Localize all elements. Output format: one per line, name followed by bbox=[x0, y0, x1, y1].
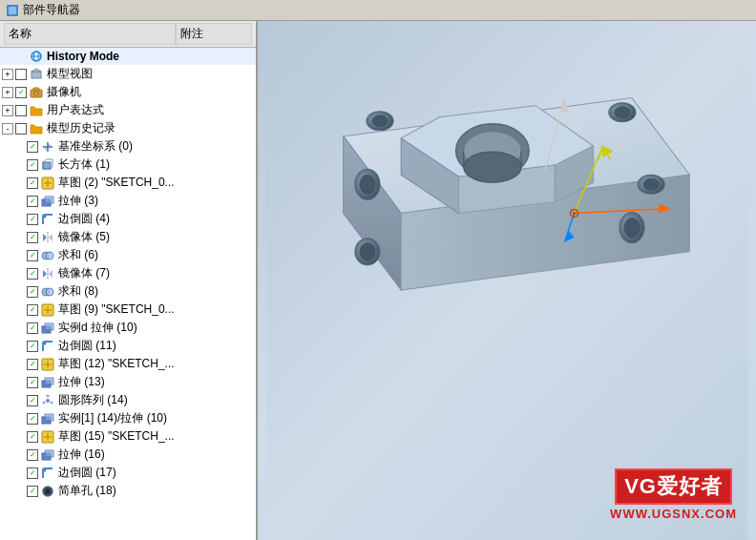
tree-item[interactable]: ✓边倒圆 (4) bbox=[0, 210, 256, 228]
tree-item[interactable]: ✓简单孔 (18) bbox=[0, 482, 256, 500]
tree-item-label: 模型视图 bbox=[47, 66, 93, 82]
extrude-icon bbox=[40, 194, 55, 209]
tree-item[interactable]: ✓边倒圆 (11) bbox=[0, 337, 256, 355]
tree-checkbox[interactable]: ✓ bbox=[27, 177, 38, 189]
collapse-button[interactable]: - bbox=[2, 123, 13, 135]
tree-item[interactable]: ✓拉伸 (3) bbox=[0, 192, 256, 210]
tree-item-label: 拉伸 (16) bbox=[58, 447, 105, 463]
unite-icon bbox=[40, 248, 55, 263]
tree-item-label: 实例d 拉伸 (10) bbox=[58, 320, 137, 336]
tree-checkbox[interactable]: ✓ bbox=[27, 322, 38, 334]
tree-checkbox[interactable]: ✓ bbox=[27, 431, 38, 443]
svg-point-36 bbox=[44, 342, 47, 344]
tree-checkbox[interactable]: ✓ bbox=[27, 449, 38, 461]
tree-item[interactable]: ✓拉伸 (13) bbox=[0, 373, 256, 391]
tree-item-label: 边倒圆 (4) bbox=[58, 211, 110, 227]
expand-button[interactable]: + bbox=[2, 69, 13, 80]
tree-item-label: 草图 (9) "SKETCH_0... bbox=[58, 301, 175, 318]
globe-icon bbox=[29, 49, 44, 64]
tree-list[interactable]: History Mode+模型视图+✓摄像机+用户表达式-模型历史记录✓基准坐标… bbox=[0, 48, 256, 540]
tree-item[interactable]: +用户表达式 bbox=[0, 101, 256, 119]
tree-checkbox[interactable]: ✓ bbox=[27, 359, 38, 370]
svg-point-53 bbox=[44, 468, 47, 471]
tree-checkbox[interactable]: ✓ bbox=[27, 486, 38, 497]
tree-checkbox[interactable]: ✓ bbox=[27, 159, 38, 171]
tree-item-label: 简单孔 (18) bbox=[58, 483, 116, 499]
tree-item-label: 圆形阵列 (14) bbox=[58, 392, 128, 408]
extrude-icon bbox=[40, 447, 55, 463]
tree-item[interactable]: +✓摄像机 bbox=[0, 83, 256, 101]
tree-checkbox[interactable]: ✓ bbox=[27, 377, 38, 388]
title-bar-text: 部件导航器 bbox=[23, 2, 80, 18]
tree-item[interactable]: ✓镜像体 (7) bbox=[0, 264, 256, 282]
svg-rect-5 bbox=[32, 72, 41, 78]
tree-item[interactable]: ✓基准坐标系 (0) bbox=[0, 137, 256, 156]
tree-item[interactable]: ✓草图 (12) "SKETCH_... bbox=[0, 355, 256, 373]
tree-checkbox[interactable] bbox=[15, 69, 27, 80]
svg-rect-35 bbox=[45, 323, 53, 330]
tree-checkbox[interactable]: ✓ bbox=[27, 232, 38, 243]
tree-item[interactable]: ✓求和 (6) bbox=[0, 246, 256, 264]
svg-rect-47 bbox=[45, 414, 53, 421]
tree-checkbox[interactable]: ✓ bbox=[27, 214, 38, 225]
svg-marker-28 bbox=[49, 270, 52, 278]
fillet-icon bbox=[40, 466, 55, 481]
tree-checkbox[interactable]: ✓ bbox=[27, 413, 38, 425]
tree-item[interactable]: ✓草图 (2) "SKETCH_0... bbox=[0, 174, 256, 192]
tree-checkbox[interactable]: ✓ bbox=[27, 268, 38, 280]
tree-item-label: 基准坐标系 (0) bbox=[58, 138, 133, 155]
tree-item[interactable]: -模型历史记录 bbox=[0, 119, 256, 137]
tree-item[interactable]: ✓实例[1] (14)/拉伸 (10) bbox=[0, 409, 256, 427]
tree-checkbox[interactable]: ✓ bbox=[27, 304, 38, 316]
tree-checkbox[interactable]: ✓ bbox=[27, 286, 38, 298]
tree-item[interactable]: ✓圆形阵列 (14) bbox=[0, 391, 256, 409]
svg-rect-13 bbox=[43, 162, 51, 169]
watermark: VG爱好者 WWW.UGSNX.COM bbox=[610, 468, 737, 521]
svg-point-20 bbox=[44, 215, 47, 218]
svg-point-45 bbox=[43, 401, 46, 404]
svg-rect-56 bbox=[266, 21, 747, 540]
sketch-icon bbox=[40, 357, 55, 372]
model-icon bbox=[29, 67, 44, 82]
svg-point-78 bbox=[624, 218, 640, 238]
tree-item[interactable]: ✓求和 (8) bbox=[0, 282, 256, 301]
extrude-icon bbox=[40, 321, 55, 336]
tree-item[interactable]: ✓边倒圆 (17) bbox=[0, 464, 256, 482]
coord-icon bbox=[40, 139, 55, 155]
tree-checkbox[interactable]: ✓ bbox=[27, 395, 38, 406]
expand-button[interactable]: + bbox=[2, 105, 13, 116]
tree-item[interactable]: +模型视图 bbox=[0, 65, 256, 83]
svg-point-42 bbox=[46, 399, 50, 403]
tree-item[interactable]: ✓草图 (9) "SKETCH_0... bbox=[0, 301, 256, 319]
tree-item[interactable]: ✓实例d 拉伸 (10) bbox=[0, 319, 256, 337]
simple-hole-icon bbox=[40, 484, 55, 499]
svg-point-80 bbox=[360, 243, 375, 260]
watermark-line1: VG爱好者 bbox=[615, 468, 732, 505]
nav-header: 名称 附注 bbox=[0, 21, 256, 48]
tree-checkbox[interactable]: ✓ bbox=[15, 87, 27, 98]
tree-item[interactable]: ✓长方体 (1) bbox=[0, 156, 256, 174]
tree-checkbox[interactable]: ✓ bbox=[27, 141, 38, 153]
viewport[interactable]: VG爱好者 WWW.UGSNX.COM bbox=[258, 21, 756, 540]
tree-checkbox[interactable]: ✓ bbox=[27, 196, 38, 207]
tree-item[interactable]: ✓拉伸 (16) bbox=[0, 446, 256, 464]
sketch-icon bbox=[40, 176, 55, 191]
tree-item[interactable]: ✓镜像体 (5) bbox=[0, 228, 256, 246]
tree-checkbox[interactable]: ✓ bbox=[27, 250, 38, 261]
fillet-icon bbox=[40, 212, 55, 227]
tree-checkbox[interactable]: ✓ bbox=[27, 341, 38, 352]
fillet-icon bbox=[40, 339, 55, 354]
svg-marker-22 bbox=[43, 234, 47, 241]
viewport-3d: VG爱好者 WWW.UGSNX.COM bbox=[258, 21, 756, 540]
main-area: 名称 附注 History Mode+模型视图+✓摄像机+用户表达式-模型历史记… bbox=[0, 21, 756, 540]
svg-marker-23 bbox=[49, 234, 52, 241]
tree-item[interactable]: ✓草图 (15) "SKETCH_... bbox=[0, 427, 256, 446]
tree-item[interactable]: History Mode bbox=[0, 48, 256, 65]
tree-checkbox[interactable] bbox=[15, 123, 27, 135]
extrude-icon bbox=[40, 375, 55, 390]
expand-button[interactable]: + bbox=[2, 87, 13, 98]
tree-checkbox[interactable]: ✓ bbox=[27, 467, 38, 479]
svg-point-72 bbox=[615, 107, 630, 118]
svg-point-44 bbox=[51, 401, 53, 404]
tree-checkbox[interactable] bbox=[15, 105, 27, 116]
